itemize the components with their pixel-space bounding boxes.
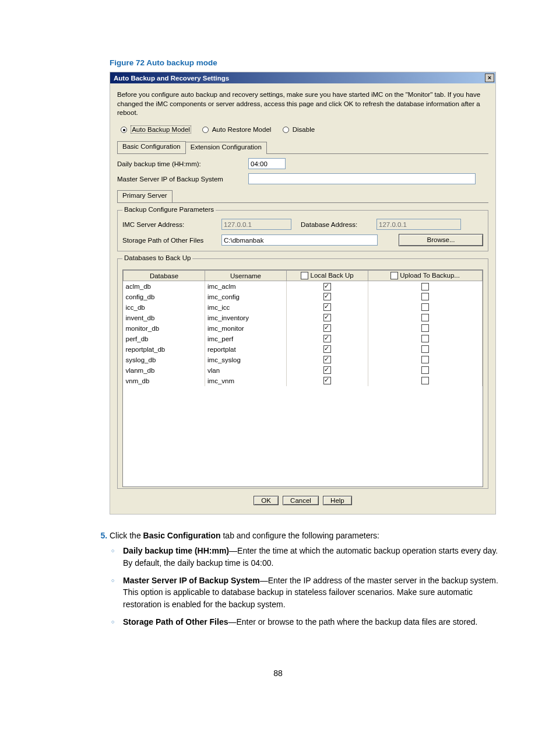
master-server-ip-label: Master Server IP of Backup System	[117, 176, 248, 183]
step5-lead1: Click the	[110, 531, 143, 540]
col-username[interactable]: Username	[205, 271, 287, 281]
radio-auto-restore-label: Auto Restore Model	[212, 126, 272, 133]
col-database[interactable]: Database	[124, 271, 205, 281]
upload-backup-checkbox[interactable]	[421, 293, 429, 300]
cell-username: imc_vnm	[205, 376, 287, 386]
local-backup-checkbox[interactable]	[323, 335, 331, 342]
table-row[interactable]: perf_dbimc_perf	[124, 334, 483, 344]
cell-database: vnm_db	[124, 376, 205, 386]
local-backup-checkbox[interactable]	[323, 377, 331, 384]
cell-username: imc_syslog	[205, 355, 287, 365]
upload-backup-checkbox[interactable]	[421, 314, 429, 321]
backup-configure-parameters-group: Backup Configure Parameters IMC Server A…	[117, 210, 488, 251]
cell-username: imc_icc	[205, 302, 287, 313]
cell-database: icc_db	[124, 302, 205, 313]
radio-dot-icon	[121, 127, 127, 133]
cancel-button[interactable]: Cancel	[283, 496, 319, 505]
table-row[interactable]: syslog_dbimc_syslog	[124, 355, 483, 365]
table-row[interactable]: aclm_dbimc_aclm	[124, 281, 483, 292]
cell-username: imc_config	[205, 292, 287, 302]
document-body: Click the Basic Configuration tab and co…	[55, 530, 501, 628]
radio-dot-icon	[202, 127, 209, 133]
radio-auto-restore[interactable]: Auto Restore Model	[202, 126, 273, 133]
step5-bold: Basic Configuration	[143, 531, 221, 540]
tab-basic-configuration[interactable]: Basic Configuration	[117, 141, 186, 153]
table-row[interactable]: vnm_dbimc_vnm	[124, 376, 483, 386]
upload-backup-checkbox[interactable]	[421, 303, 429, 311]
upload-backup-checkbox[interactable]	[421, 283, 429, 290]
database-address-label: Database Address:	[301, 221, 376, 228]
local-backup-checkbox[interactable]	[323, 345, 331, 353]
cell-username: imc_aclm	[205, 281, 287, 292]
upload-backup-checkbox[interactable]	[421, 345, 429, 353]
table-row[interactable]: monitor_dbimc_monitor	[124, 323, 483, 334]
browse-button[interactable]: Browse...	[399, 234, 483, 246]
table-row[interactable]: config_dbimc_config	[124, 292, 483, 302]
close-icon[interactable]: ×	[485, 74, 494, 82]
storage-path-label: Storage Path of Other Files	[122, 237, 221, 244]
tab-extension-configuration[interactable]: Extension Configuration	[185, 142, 267, 154]
cell-username: imc_perf	[205, 334, 287, 344]
master-server-ip-input[interactable]	[248, 173, 476, 184]
cell-database: reportplat_db	[124, 344, 205, 355]
header-checkbox-upload[interactable]	[390, 272, 398, 279]
upload-backup-checkbox[interactable]	[421, 324, 429, 332]
upload-backup-checkbox[interactable]	[421, 335, 429, 342]
cell-database: config_db	[124, 292, 205, 302]
step-5: Click the Basic Configuration tab and co…	[110, 530, 501, 541]
local-backup-checkbox[interactable]	[323, 293, 331, 300]
list-item: Storage Path of Other Files—Enter or bro…	[123, 616, 501, 628]
bullet-term: Daily backup time (HH:mm)	[123, 546, 229, 555]
col-local-backup[interactable]: Local Back Up	[287, 271, 368, 281]
databases-table: Database Username Local Back Up Upload T…	[123, 270, 483, 386]
imc-server-address-label: IMC Server Address:	[122, 221, 221, 228]
cell-database: aclm_db	[124, 281, 205, 292]
radio-auto-backup[interactable]: Auto Backup Model	[121, 126, 193, 133]
col-upload-backup[interactable]: Upload To Backup...	[368, 271, 483, 281]
cell-username: imc_monitor	[205, 323, 287, 334]
local-backup-checkbox[interactable]	[323, 366, 331, 374]
cell-database: vlanm_db	[124, 365, 205, 376]
header-checkbox-local[interactable]	[301, 272, 308, 279]
local-backup-checkbox[interactable]	[323, 283, 331, 290]
step5-lead2: tab and configure the following paramete…	[221, 531, 379, 540]
cell-database: invent_db	[124, 313, 205, 323]
local-backup-checkbox[interactable]	[323, 303, 331, 311]
titlebar: Auto Backup and Recovery Settings ×	[110, 72, 495, 83]
bullet-term: Storage Path of Other Files	[123, 617, 228, 626]
dialog-title: Auto Backup and Recovery Settings	[114, 75, 229, 82]
figure-caption: Figure 72 Auto backup mode	[55, 58, 501, 67]
help-button[interactable]: Help	[323, 496, 352, 505]
upload-backup-checkbox[interactable]	[421, 377, 429, 384]
daily-backup-time-input[interactable]	[248, 158, 286, 169]
databases-to-backup-group: Databases to Back Up Database Username L…	[117, 258, 488, 489]
mode-radio-group: Auto Backup Model Auto Restore Model Dis…	[117, 124, 488, 139]
upload-backup-checkbox[interactable]	[421, 356, 429, 363]
page-number: 88	[55, 668, 501, 678]
config-tabs: Basic Configuration Extension Configurat…	[117, 141, 488, 154]
bullet-rest: —Enter or browse to the path where the b…	[228, 617, 477, 626]
cell-username: reportplat	[205, 344, 287, 355]
table-row[interactable]: reportplat_dbreportplat	[124, 344, 483, 355]
upload-backup-checkbox[interactable]	[421, 366, 429, 374]
table-row[interactable]: vlanm_dbvlan	[124, 365, 483, 376]
ok-button[interactable]: OK	[254, 496, 279, 505]
database-address-input	[376, 219, 461, 230]
intro-text: Before you configure auto backup and rec…	[117, 90, 488, 118]
tab-primary-server[interactable]: Primary Server	[117, 190, 173, 202]
list-item: Daily backup time (HH:mm)—Enter the time…	[123, 545, 501, 569]
radio-disable[interactable]: Disable	[283, 126, 315, 133]
local-backup-checkbox[interactable]	[323, 324, 331, 332]
table-row[interactable]: invent_dbimc_inventory	[124, 313, 483, 323]
server-tabs: Primary Server	[117, 190, 488, 203]
cell-username: vlan	[205, 365, 287, 376]
storage-path-input[interactable]	[221, 235, 378, 246]
local-backup-checkbox[interactable]	[323, 314, 331, 321]
list-item: Master Server IP of Backup System—Enter …	[123, 575, 501, 610]
group-legend: Backup Configure Parameters	[122, 206, 216, 213]
cell-database: perf_db	[124, 334, 205, 344]
dialog-button-row: OK Cancel Help	[117, 489, 488, 508]
group-legend: Databases to Back Up	[122, 254, 192, 261]
table-row[interactable]: icc_dbimc_icc	[124, 302, 483, 313]
local-backup-checkbox[interactable]	[323, 356, 331, 363]
